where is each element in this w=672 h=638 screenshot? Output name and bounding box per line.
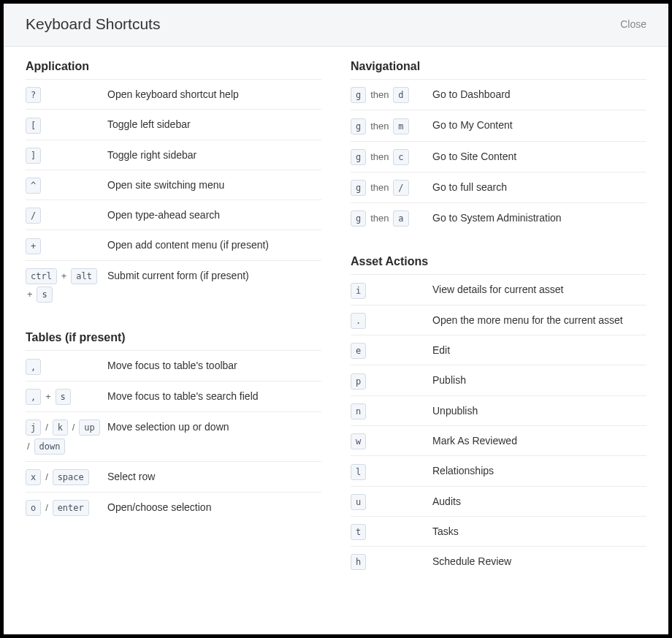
shortcut-keys: g then d	[351, 86, 432, 104]
key: ,	[26, 359, 41, 375]
key: space	[53, 469, 89, 485]
shortcut-description: View details for current asset	[432, 281, 646, 297]
shortcut-keys: u	[351, 493, 432, 510]
shortcut-keys: w	[351, 432, 432, 449]
shortcut-description: Relationships	[432, 462, 646, 479]
shortcut-description: Go to Dashboard	[432, 86, 646, 102]
shortcut-description: Open site switching menu	[107, 176, 321, 193]
shortcut-row: j / k / up / down Move selection up or d…	[26, 411, 321, 461]
key-separator: /	[44, 468, 50, 486]
key: g	[351, 149, 366, 165]
key: g	[351, 87, 366, 103]
shortcut-description: Move focus to table's search field	[107, 387, 321, 404]
section-title: Asset Actions	[351, 255, 646, 268]
key: +	[26, 238, 41, 254]
key: w	[351, 433, 366, 449]
shortcut-row: g then a Go to System Administration	[351, 202, 646, 233]
key: n	[351, 403, 366, 419]
shortcut-keys: g then a	[351, 209, 432, 227]
key: k	[53, 419, 68, 436]
key: g	[351, 180, 366, 196]
shortcut-description: Open keyboard shortcut help	[107, 86, 321, 102]
shortcut-keys: ]	[26, 146, 107, 164]
shortcut-keys: p	[351, 371, 432, 389]
shortcut-keys: [	[26, 115, 107, 133]
key: t	[351, 524, 366, 540]
shortcut-row: u Audits	[351, 486, 646, 516]
key: /	[26, 208, 41, 224]
key: a	[393, 210, 408, 227]
key: ^	[26, 178, 41, 194]
shortcut-row: l Relationships	[351, 455, 646, 485]
shortcut-keys: ^	[26, 176, 107, 194]
key-separator: then	[369, 148, 390, 166]
key: x	[26, 469, 41, 485]
key: ctrl	[26, 268, 57, 284]
shortcut-row: g then d Go to Dashboard	[351, 79, 646, 110]
shortcut-description: Open type-ahead search	[107, 206, 321, 223]
shortcut-keys: /	[26, 206, 107, 224]
shortcut-keys: ?	[26, 86, 107, 103]
key: j	[26, 419, 41, 436]
key: s	[56, 389, 71, 405]
key: p	[351, 373, 366, 390]
shortcut-description: Go to Site Content	[432, 148, 646, 164]
key-separator: /	[44, 499, 50, 517]
key: u	[351, 494, 366, 510]
key: [	[26, 118, 41, 134]
section-title: Tables (if present)	[26, 331, 321, 344]
dialog-header: Keyboard Shortcuts Close	[4, 4, 668, 47]
shortcut-keys: x / space	[26, 468, 107, 486]
key: alt	[71, 268, 97, 284]
shortcut-row: t Tasks	[351, 516, 646, 546]
shortcut-description: Select row	[107, 468, 321, 485]
right-column: Navigational g then d Go to Dashboardg t…	[351, 60, 646, 576]
shortcut-row: / Open type-ahead search	[26, 200, 321, 229]
key: s	[37, 286, 52, 303]
shortcut-description: Schedule Review	[432, 552, 646, 569]
shortcut-keys: h	[351, 552, 432, 570]
shortcut-description: Open/choose selection	[107, 498, 321, 515]
shortcut-description: Open the more menu for the current asset	[432, 311, 646, 328]
shortcut-row: + Open add content menu (if present)	[26, 229, 321, 259]
left-column: Application ? Open keyboard shortcut hel…	[26, 60, 321, 576]
shortcut-row: , + s Move focus to table's search field	[26, 381, 321, 411]
shortcut-description: Tasks	[432, 523, 646, 539]
shortcut-keys: ctrl + alt + s	[26, 267, 107, 304]
key-separator: then	[369, 86, 390, 104]
shortcut-row: h Schedule Review	[351, 546, 646, 576]
shortcut-keys: ,	[26, 357, 107, 374]
shortcut-description: Go to System Administration	[432, 209, 646, 226]
key-separator: /	[26, 438, 31, 455]
shortcut-keys: +	[26, 236, 107, 254]
close-button[interactable]: Close	[620, 18, 646, 30]
shortcut-row: ] Toggle right sidebar	[26, 140, 321, 170]
shortcut-keys: t	[351, 523, 432, 540]
shortcut-row: , Move focus to table's toolbar	[26, 350, 321, 380]
key: down	[34, 438, 66, 455]
shortcut-keys: g then c	[351, 148, 432, 166]
shortcut-row: ^ Open site switching menu	[26, 170, 321, 200]
key: d	[393, 87, 408, 103]
shortcut-row: . Open the more menu for the current ass…	[351, 305, 646, 335]
shortcut-keys: g then /	[351, 178, 432, 197]
shortcut-description: Submit current form (if present)	[107, 267, 321, 284]
shortcut-keys: j / k / up / down	[26, 418, 107, 455]
key: ?	[26, 87, 41, 103]
section-title: Navigational	[351, 60, 646, 73]
shortcut-description: Move focus to table's toolbar	[107, 357, 321, 373]
shortcut-keys: o / enter	[26, 498, 107, 517]
section-navigational: Navigational g then d Go to Dashboardg t…	[351, 60, 646, 233]
shortcut-row: g then m Go to My Content	[351, 110, 646, 140]
shortcut-description: Toggle left sidebar	[107, 115, 321, 132]
shortcut-keys: e	[351, 341, 432, 359]
shortcut-description: Unpublish	[432, 402, 646, 419]
section-application: Application ? Open keyboard shortcut hel…	[26, 60, 321, 309]
shortcut-description: Toggle right sidebar	[107, 146, 321, 163]
shortcut-description: Publish	[432, 371, 646, 388]
dialog-content: Application ? Open keyboard shortcut hel…	[4, 47, 668, 598]
key-separator: +	[60, 267, 69, 285]
key: /	[393, 180, 408, 196]
shortcut-row: n Unpublish	[351, 395, 646, 425]
key: ,	[26, 389, 41, 405]
